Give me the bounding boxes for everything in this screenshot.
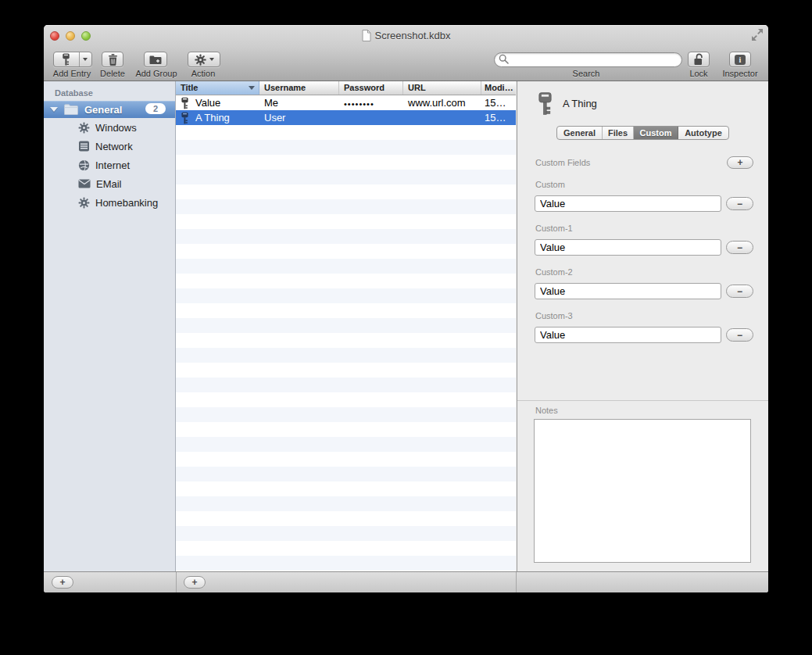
app-window: Screenshot.kdbx Add Entry	[44, 25, 768, 592]
cell-modified: 15…	[481, 95, 516, 110]
add-field-button[interactable]: +	[727, 156, 753, 169]
delete-button[interactable]	[102, 52, 123, 67]
sidebar-item-label: Windows	[95, 122, 137, 134]
table-header: Title Username Password URL Modi…	[176, 81, 516, 95]
column-header-url[interactable]: URL	[403, 81, 481, 95]
inspector-header: A Thing	[538, 91, 597, 116]
entry-table: Title Username Password URL Modi… Value	[176, 81, 516, 571]
sidebar-item-label: Homebanking	[95, 197, 158, 209]
group-count-badge: 2	[145, 103, 166, 114]
add-entry-label: Add Entry	[53, 69, 91, 78]
field-label: Custom	[535, 180, 565, 189]
search-field-wrap	[494, 52, 682, 66]
lock-label: Lock	[689, 69, 707, 78]
search-label: Search	[573, 69, 600, 78]
gear-icon	[195, 54, 206, 66]
lock-button[interactable]	[688, 52, 710, 67]
custom-field-input[interactable]	[535, 283, 721, 299]
add-entry-dropdown[interactable]	[79, 52, 91, 66]
notes-label: Notes	[535, 406, 558, 415]
sidebar-header: Database	[44, 81, 175, 101]
fullscreen-icon[interactable]	[751, 29, 764, 41]
action-label: Action	[191, 69, 216, 78]
key-icon[interactable]	[54, 52, 79, 66]
section-divider	[517, 400, 768, 401]
custom-field-input[interactable]	[535, 239, 721, 256]
key-icon	[181, 97, 188, 109]
window-title: Screenshot.kdbx	[375, 30, 451, 41]
sidebar-item-internet[interactable]: Internet	[44, 156, 175, 174]
pane-divider	[176, 572, 177, 592]
chevron-down-icon	[83, 58, 88, 61]
remove-field-button[interactable]: −	[726, 241, 753, 254]
search-input[interactable]	[494, 52, 682, 67]
custom-fields-label: Custom Fields	[535, 158, 590, 167]
column-header-password[interactable]: Password	[339, 81, 403, 95]
sort-descending-icon	[249, 86, 255, 90]
cell-url	[403, 110, 481, 125]
envelope-icon	[78, 179, 91, 188]
cell-username: User	[259, 110, 339, 125]
column-header-title[interactable]: Title	[176, 81, 259, 95]
globe-icon	[78, 159, 90, 171]
sidebar-group-general[interactable]: General 2	[44, 101, 175, 118]
cell-password: ••••••••	[339, 95, 403, 110]
gear-icon	[78, 122, 90, 134]
sidebar-item-email[interactable]: EMail	[44, 174, 175, 193]
tab-general[interactable]: General	[557, 127, 603, 139]
inspector-panel: A Thing General Files Custom Autotype Cu…	[517, 81, 768, 571]
add-entry-button[interactable]	[53, 52, 92, 67]
disclosure-triangle-icon[interactable]	[50, 107, 58, 112]
info-icon: i	[735, 55, 746, 65]
action-button[interactable]	[188, 52, 220, 67]
search-icon	[499, 54, 509, 64]
window-chrome: Screenshot.kdbx Add Entry	[44, 25, 768, 81]
field-label: Custom-2	[535, 267, 573, 277]
tab-files[interactable]: Files	[603, 127, 634, 139]
custom-field-input[interactable]	[535, 327, 721, 343]
sidebar-item-homebanking[interactable]: Homebanking	[44, 193, 175, 212]
key-icon	[538, 91, 552, 116]
folder-plus-icon	[149, 55, 162, 65]
table-row-selected[interactable]: A Thing User 15…	[176, 110, 516, 125]
sidebar-item-network[interactable]: Network	[44, 137, 175, 156]
sidebar-group-label: General	[84, 104, 122, 116]
remove-field-button[interactable]: −	[726, 328, 753, 342]
inspector-label: Inspector	[722, 69, 757, 78]
server-icon	[78, 141, 90, 152]
cell-modified: 15…	[481, 110, 516, 125]
entry-title: A Thing	[563, 98, 597, 109]
trash-icon	[108, 54, 118, 66]
add-group-button[interactable]	[144, 52, 167, 67]
sidebar-item-label: Network	[95, 141, 133, 152]
column-header-username[interactable]: Username	[259, 81, 339, 95]
cell-title: Value	[195, 97, 220, 109]
sidebar-item-windows[interactable]: Windows	[44, 118, 175, 137]
pane-divider	[516, 572, 517, 592]
document-icon	[362, 30, 371, 41]
table-row[interactable]: Value Me •••••••• www.url.com 15…	[176, 95, 516, 110]
custom-field-input[interactable]	[535, 195, 721, 212]
cell-password	[339, 110, 403, 125]
cell-title: A Thing	[195, 112, 230, 123]
tab-custom[interactable]: Custom	[634, 127, 678, 139]
add-group-button-bottom[interactable]: +	[52, 576, 73, 589]
inspector-button[interactable]: i	[729, 52, 751, 67]
column-header-modified[interactable]: Modi…	[481, 81, 516, 95]
remove-field-button[interactable]: −	[726, 197, 753, 210]
tab-autotype[interactable]: Autotype	[678, 127, 728, 139]
inspector-tabs: General Files Custom Autotype	[556, 126, 729, 140]
table-empty-rows[interactable]	[176, 125, 516, 571]
cell-username: Me	[259, 95, 339, 110]
content-area: Database General 2 Windows	[44, 81, 768, 571]
folder-icon	[64, 104, 78, 115]
notes-textarea[interactable]	[534, 419, 751, 563]
key-icon	[181, 112, 188, 124]
remove-field-button[interactable]: −	[726, 285, 753, 298]
lock-open-icon	[693, 53, 705, 66]
titlebar[interactable]: Screenshot.kdbx	[44, 25, 768, 45]
delete-label: Delete	[100, 69, 125, 78]
window-title-group: Screenshot.kdbx	[44, 25, 768, 45]
add-entry-button-bottom[interactable]: +	[184, 576, 206, 589]
cell-url: www.url.com	[403, 95, 481, 110]
